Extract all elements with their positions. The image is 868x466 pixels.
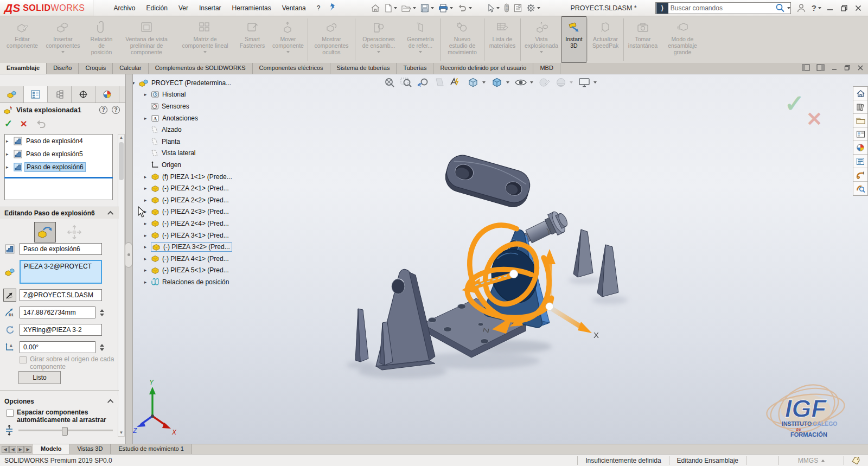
menu-insertar[interactable]: Insertar: [194, 2, 227, 14]
tree-item-pieza4-1[interactable]: ▸ (-) PIEZA 4<1> (Pred...: [133, 253, 254, 265]
select-cursor-button[interactable]: [486, 3, 501, 14]
doc-restore-icon[interactable]: [844, 65, 851, 71]
angle-spinner[interactable]: [100, 344, 104, 351]
tab-propertymanager[interactable]: [24, 86, 48, 103]
search-caret-icon[interactable]: [787, 7, 790, 9]
explode-step-row[interactable]: ▸ Paso de explosión5: [5, 148, 112, 161]
expand-arrow-icon[interactable]: ▸: [143, 244, 148, 250]
expand-arrow-icon[interactable]: ▸: [143, 197, 148, 203]
rotation-angle-field[interactable]: 0.00°: [20, 341, 95, 353]
ribbon-insertar-componentes[interactable]: Insertar componentes: [41, 16, 85, 63]
zoom-fit-icon[interactable]: [384, 77, 395, 88]
tree-item-pieza3-1[interactable]: ▸ (-) PIEZA 3<1> (Pred...: [133, 229, 254, 241]
rotate-about-origin-checkbox[interactable]: Girar sobre el origen de cada componente: [20, 355, 117, 371]
open-document-button[interactable]: [400, 3, 418, 14]
rotate-mode-button[interactable]: [63, 222, 85, 242]
tab-vistas-3d[interactable]: Vistas 3D: [70, 444, 111, 454]
ribbon-nuevo-estudio-movimiento[interactable]: Nuevo estudio de movimiento: [441, 16, 483, 63]
minimize-button[interactable]: [827, 5, 833, 11]
ribbon-mostrar-ocultos[interactable]: Mostrar componentes ocultos: [309, 16, 354, 63]
tree-item-pieza2-2[interactable]: ▸ (-) PIEZA 2<2> (Pred...: [133, 194, 254, 206]
menu-archivo[interactable]: Archivo: [108, 2, 141, 14]
dropdown-caret-icon[interactable]: [593, 81, 597, 84]
apply-scene-icon[interactable]: [555, 77, 573, 88]
undo-step-icon[interactable]: [35, 119, 46, 128]
taskpane-custom-properties-icon[interactable]: [853, 155, 867, 168]
cancel-x-button[interactable]: ✕: [20, 119, 27, 129]
options-gear-button[interactable]: [525, 2, 542, 14]
ribbon-editar-componente[interactable]: Editar componente: [3, 16, 41, 63]
ribbon-relacion-posicion[interactable]: Relación de posición: [85, 16, 118, 63]
tab-last-button[interactable]: ▶: [24, 446, 31, 453]
help-menu-icon[interactable]: ?: [812, 3, 816, 12]
taskpane-appearances-icon[interactable]: [853, 141, 867, 155]
dropdown-caret-icon[interactable]: [540, 51, 543, 53]
ribbon-smart-fasteners[interactable]: Smart Fasteners: [235, 16, 269, 63]
tab-prev-button[interactable]: ◀: [9, 446, 16, 453]
rebuild-button[interactable]: [502, 2, 511, 14]
search-icon[interactable]: [775, 3, 786, 14]
view-settings-icon[interactable]: [578, 77, 597, 88]
ribbon-actualizar-speedpak[interactable]: Actualizar SpeedPak: [588, 16, 623, 63]
menu-herramientas[interactable]: Herramientas: [227, 2, 277, 14]
previous-view-icon[interactable]: [417, 77, 429, 88]
dropdown-caret-icon[interactable]: [530, 81, 533, 84]
confirm-ok-icon[interactable]: ✓: [784, 90, 805, 117]
tree-item-vista-lateral[interactable]: Vista lateral: [133, 148, 254, 159]
dropdown-caret-icon[interactable]: [286, 51, 290, 53]
expand-arrow-icon[interactable]: ▸: [143, 256, 148, 261]
tree-item-planta[interactable]: Planta: [133, 136, 254, 148]
dropdown-caret-icon[interactable]: [506, 81, 509, 84]
scroll-down-icon[interactable]: ▼: [118, 430, 124, 436]
tab-first-button[interactable]: ◀: [2, 446, 9, 453]
menu-edicion[interactable]: Edición: [141, 2, 173, 14]
checkbox-box[interactable]: [7, 410, 14, 417]
explode-direction-icon[interactable]: [3, 289, 16, 302]
help-icon[interactable]: ?: [112, 106, 120, 114]
rotation-axis-field[interactable]: XYRing@PIEZA 3-2: [20, 324, 102, 336]
tab-sistema-tuberias[interactable]: Sistema de tuberías: [330, 63, 397, 74]
auto-space-checkbox[interactable]: Espaciar componentes automáticamente al …: [7, 408, 115, 424]
expand-arrow-icon[interactable]: ▸: [143, 92, 148, 97]
print-button[interactable]: [437, 3, 455, 14]
tree-item-pieza3-2-selected[interactable]: ▸ (-) PIEZA 3<2> (Pred...: [133, 241, 254, 253]
selected-tree-item-box[interactable]: (-) PIEZA 3<2> (Pred...: [151, 242, 232, 252]
tab-ensamblaje[interactable]: Ensamblaje: [0, 63, 47, 74]
collapse-chevron-icon[interactable]: [107, 210, 113, 216]
help-caret-icon[interactable]: [818, 7, 821, 9]
tab-estudio-movimiento[interactable]: Estudio de movimiento 1: [111, 444, 192, 454]
user-account-icon[interactable]: [796, 3, 806, 13]
dropdown-caret-icon[interactable]: [203, 51, 207, 53]
display-style-icon[interactable]: [490, 76, 509, 88]
file-properties-button[interactable]: [512, 3, 524, 14]
tree-item-pieza2-4[interactable]: ▸ (-) PIEZA 2<4> (Pred...: [133, 218, 254, 229]
ok-check-button[interactable]: ✓: [4, 118, 12, 130]
ribbon-geometria-referencia[interactable]: Geometría de refer...: [401, 16, 439, 63]
tab-mbd[interactable]: MBD: [533, 63, 560, 74]
annotations-visibility-icon[interactable]: [450, 77, 462, 88]
scrollbar-thumb[interactable]: [119, 142, 124, 180]
status-units-selector[interactable]: MMGS: [778, 456, 844, 465]
dropdown-caret-icon[interactable]: [377, 51, 380, 53]
taskpane-design-library-icon[interactable]: [853, 100, 867, 114]
taskpane-view-palette-icon[interactable]: [853, 127, 867, 141]
status-tag-icon[interactable]: [844, 456, 868, 465]
menu-help[interactable]: ?: [311, 2, 326, 14]
tab-dimxpertmanager[interactable]: [72, 86, 95, 103]
expand-arrow-icon[interactable]: ▸: [143, 186, 148, 191]
tree-item-pieza1[interactable]: ▸ (f) PIEZA 1<1> (Prede...: [133, 171, 254, 183]
ribbon-modo-ensamblaje-grande[interactable]: Modo de ensamblaje grande: [661, 16, 704, 63]
tree-item-pieza2-1[interactable]: ▸ (-) PIEZA 2<1> (Pred...: [133, 182, 254, 194]
view-orientation-icon[interactable]: [467, 76, 486, 88]
new-document-button[interactable]: [383, 3, 399, 14]
dropdown-caret-icon[interactable]: [482, 81, 486, 84]
tab-complementos[interactable]: Complementos de SOLIDWORKS: [149, 63, 253, 74]
panel-splitter[interactable]: [126, 74, 133, 444]
section-view-icon[interactable]: [434, 77, 445, 88]
tree-item-historial[interactable]: ▸ Historial: [133, 89, 254, 101]
explode-direction-field[interactable]: Z@PROYECT.SLDASM: [20, 289, 102, 301]
expand-arrow-icon[interactable]: ▸: [143, 221, 148, 226]
done-button[interactable]: Listo: [18, 371, 61, 384]
explode-step-row-selected[interactable]: ▸ Paso de explosión6: [5, 161, 112, 174]
close-button[interactable]: [855, 5, 861, 11]
